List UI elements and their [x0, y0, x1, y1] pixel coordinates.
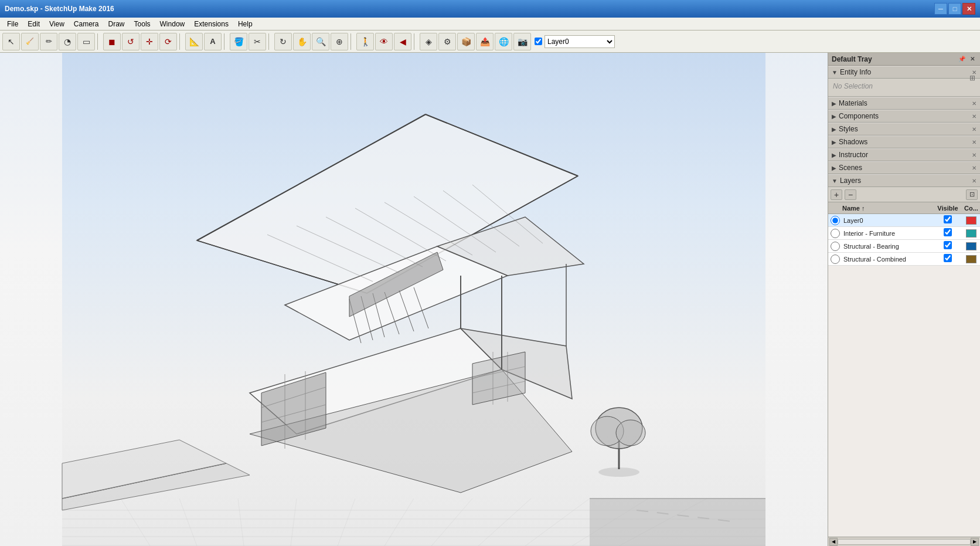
layer-visibility-checkbox[interactable]: [535, 38, 542, 45]
components-section-header[interactable]: ▶ Components ✕: [828, 110, 980, 123]
walk-button[interactable]: 🚶: [356, 33, 374, 50]
layer0-radio[interactable]: [831, 216, 840, 225]
components-button[interactable]: ⚙: [438, 33, 456, 50]
interior-furniture-color-swatch[interactable]: [966, 229, 976, 238]
menu-window[interactable]: Window: [155, 19, 190, 29]
entity-info-close[interactable]: ✕: [972, 69, 976, 76]
structural-bearing-color-swatch[interactable]: [966, 242, 976, 250]
entity-info-arrow: ▼: [832, 69, 838, 76]
menu-bar: File Edit View Camera Draw Tools Window …: [0, 18, 980, 30]
offset-button[interactable]: ⟳: [159, 33, 177, 50]
col-color-header: Co...: [962, 205, 980, 212]
styles-button[interactable]: ◈: [420, 33, 437, 50]
entity-info-header[interactable]: ▼ Entity Info ✕: [828, 66, 980, 79]
rotate-button[interactable]: ↺: [122, 33, 139, 50]
components-close[interactable]: ✕: [972, 113, 976, 120]
interior-furniture-radio[interactable]: [831, 229, 840, 238]
delete-layer-button[interactable]: −: [845, 189, 856, 200]
layer0-color-swatch[interactable]: [966, 216, 976, 225]
menu-draw[interactable]: Draw: [104, 19, 130, 29]
scenes-label: Scenes: [839, 164, 972, 172]
interior-furniture-visible-cell: [933, 228, 962, 238]
export-layers-button[interactable]: ⊡: [966, 189, 978, 200]
layers-section: ▼ Layers ✕ + − ⊡ Name ↑ Visible Co...: [828, 174, 980, 546]
text-button[interactable]: A: [204, 33, 222, 50]
layers-section-header[interactable]: ▼ Layers ✕: [828, 174, 980, 187]
arc-tool-button[interactable]: ◔: [59, 33, 76, 50]
structural-combined-color-cell[interactable]: [962, 255, 980, 263]
upload-model-button[interactable]: 📤: [476, 33, 494, 50]
prev-scene-button[interactable]: ◀: [394, 33, 411, 50]
section-plane-button[interactable]: ✂: [249, 33, 266, 50]
eraser-tool-button[interactable]: 🧹: [21, 33, 39, 50]
interior-furniture-color-cell[interactable]: [962, 229, 980, 238]
separator-2: [179, 33, 183, 50]
select-tool-button[interactable]: ↖: [2, 33, 20, 50]
zoom-button[interactable]: 🔍: [312, 33, 329, 50]
instructor-close[interactable]: ✕: [972, 152, 976, 158]
scenes-section-header[interactable]: ▶ Scenes ✕: [828, 161, 980, 174]
maximize-button[interactable]: □: [948, 3, 961, 15]
scroll-right-button[interactable]: ▶: [971, 538, 979, 546]
paint-button[interactable]: 🪣: [230, 33, 247, 50]
layer-dropdown[interactable]: Layer0: [545, 35, 615, 48]
col-visible-header: Visible: [933, 205, 962, 212]
menu-extensions[interactable]: Extensions: [189, 19, 233, 29]
structural-combined-radio[interactable]: [831, 255, 840, 264]
menu-file[interactable]: File: [2, 19, 23, 29]
scroll-left-button[interactable]: ◀: [829, 538, 838, 546]
entity-info-section: ▼ Entity Info ✕ No Selection ⊞: [828, 66, 980, 97]
menu-edit[interactable]: Edit: [23, 19, 45, 29]
interior-furniture-visible-checkbox[interactable]: [944, 228, 952, 236]
panel-close-button[interactable]: ✕: [968, 55, 976, 63]
viewport[interactable]: [0, 53, 828, 546]
scrollbar-track[interactable]: [838, 539, 971, 545]
close-button[interactable]: ✕: [962, 3, 975, 15]
menu-view[interactable]: View: [45, 19, 69, 29]
layer-row-interior-furniture[interactable]: Interior - Furniture: [828, 227, 980, 240]
menu-help[interactable]: Help: [233, 19, 257, 29]
zoom-extents-button[interactable]: ⊕: [331, 33, 348, 50]
get-models-button[interactable]: 📦: [457, 33, 475, 50]
shadows-close[interactable]: ✕: [972, 139, 976, 145]
structural-bearing-visible-checkbox[interactable]: [944, 241, 952, 249]
layer-row-structural-combined[interactable]: Structural - Combined: [828, 253, 980, 266]
layers-arrow: ▼: [832, 178, 838, 184]
layer0-visible-checkbox[interactable]: [944, 215, 952, 223]
rectangle-tool-button[interactable]: ▭: [77, 33, 95, 50]
add-layer-button[interactable]: +: [831, 189, 842, 200]
orbit-button[interactable]: ↻: [274, 33, 292, 50]
tape-button[interactable]: 📐: [185, 33, 203, 50]
layer-row-structural-bearing[interactable]: Structural - Bearing: [828, 240, 980, 253]
layer0-color-cell[interactable]: [962, 216, 980, 225]
push-pull-button[interactable]: ◼: [103, 33, 121, 50]
3dwarehouse-button[interactable]: 🌐: [495, 33, 512, 50]
layer-select-area: Layer0: [535, 35, 615, 48]
layers-toolbar: + − ⊡: [828, 187, 980, 202]
move-button[interactable]: ✛: [141, 33, 158, 50]
look-around-button[interactable]: 👁: [375, 33, 393, 50]
menu-camera[interactable]: Camera: [69, 19, 104, 29]
minimize-button[interactable]: ─: [934, 3, 947, 15]
instructor-section-header[interactable]: ▶ Instructor ✕: [828, 148, 980, 161]
pan-button[interactable]: ✋: [293, 33, 311, 50]
materials-close[interactable]: ✕: [972, 100, 976, 107]
layers-table: Layer0 Interior - Furniture: [828, 214, 980, 537]
structural-combined-visible-checkbox[interactable]: [944, 254, 952, 262]
sort-indicator: ↑: [862, 205, 865, 212]
structural-bearing-visible-cell: [933, 241, 962, 251]
pencil-tool-button[interactable]: ✏: [40, 33, 57, 50]
shadows-section-header[interactable]: ▶ Shadows ✕: [828, 135, 980, 148]
styles-section-header[interactable]: ▶ Styles ✕: [828, 123, 980, 135]
styles-close[interactable]: ✕: [972, 126, 976, 133]
structural-bearing-radio[interactable]: [831, 242, 840, 251]
layer-row-layer0[interactable]: Layer0: [828, 214, 980, 227]
structural-combined-color-swatch[interactable]: [966, 255, 976, 263]
structural-bearing-color-cell[interactable]: [962, 242, 980, 250]
menu-tools[interactable]: Tools: [130, 19, 155, 29]
materials-section-header[interactable]: ▶ Materials ✕: [828, 97, 980, 110]
scenes-close[interactable]: ✕: [972, 165, 976, 171]
photo-match-button[interactable]: 📷: [513, 33, 531, 50]
panel-pin-button[interactable]: 📌: [958, 55, 966, 63]
layers-close[interactable]: ✕: [972, 178, 976, 184]
